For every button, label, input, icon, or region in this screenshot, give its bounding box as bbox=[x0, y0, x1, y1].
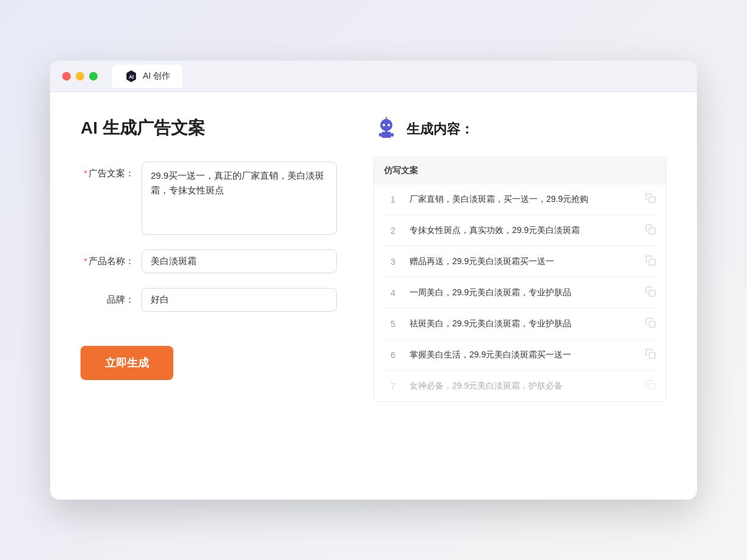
result-row: 1厂家直销，美白淡斑霜，买一送一，29.9元抢购 bbox=[384, 184, 656, 215]
result-text: 掌握美白生活，29.9元美白淡斑霜买一送一 bbox=[402, 350, 645, 361]
right-header: 生成内容： bbox=[374, 117, 666, 142]
svg-rect-7 bbox=[381, 132, 391, 138]
content-area: AI 生成广告文案 *广告文案： *产品名称： 品牌： 立 bbox=[50, 92, 697, 500]
copy-icon[interactable] bbox=[645, 224, 656, 237]
svg-rect-14 bbox=[649, 228, 655, 234]
result-text: 女神必备，29.9元美白淡斑霜，护肤必备 bbox=[402, 381, 645, 392]
result-text: 一周美白，29.9元美白淡斑霜，专业护肤品 bbox=[402, 287, 645, 298]
tab-label: AI 创作 bbox=[143, 71, 170, 82]
result-number: 6 bbox=[384, 350, 402, 360]
robot-icon bbox=[374, 117, 399, 142]
svg-rect-18 bbox=[649, 353, 655, 359]
copy-icon[interactable] bbox=[645, 348, 656, 362]
copy-icon[interactable] bbox=[645, 317, 656, 331]
result-number: 5 bbox=[384, 319, 402, 329]
results-header-row: 仿写文案 bbox=[374, 157, 666, 184]
results-header-text: 仿写文案 bbox=[384, 165, 418, 175]
svg-point-12 bbox=[386, 117, 388, 119]
svg-point-10 bbox=[384, 119, 388, 123]
svg-rect-9 bbox=[391, 133, 394, 137]
result-number: 4 bbox=[384, 288, 402, 298]
copy-icon[interactable] bbox=[645, 255, 656, 268]
result-number: 2 bbox=[384, 226, 402, 235]
svg-rect-17 bbox=[649, 321, 655, 328]
product-name-input[interactable] bbox=[142, 249, 337, 273]
result-text: 专抹女性斑点，真实功效，29.9元美白淡斑霜 bbox=[402, 225, 645, 236]
brand-label: 品牌： bbox=[81, 288, 142, 306]
ad-copy-input[interactable] bbox=[142, 162, 337, 235]
result-row: 2专抹女性斑点，真实功效，29.9元美白淡斑霜 bbox=[384, 215, 656, 246]
product-name-group: *产品名称： bbox=[81, 249, 337, 273]
results-container: 仿写文案 1厂家直销，美白淡斑霜，买一送一，29.9元抢购2专抹女性斑点，真实功… bbox=[374, 157, 666, 402]
svg-rect-16 bbox=[649, 290, 655, 296]
result-row: 3赠品再送，29.9元美白淡斑霜买一送一 bbox=[384, 246, 656, 278]
required-star-2: * bbox=[84, 256, 87, 266]
svg-rect-8 bbox=[379, 133, 381, 137]
ai-tab-icon: AI bbox=[125, 70, 138, 83]
title-bar: AI AI 创作 bbox=[50, 60, 697, 92]
results-body: 1厂家直销，美白淡斑霜，买一送一，29.9元抢购2专抹女性斑点，真实功效，29.… bbox=[374, 184, 666, 401]
svg-rect-15 bbox=[649, 259, 655, 265]
copy-icon[interactable] bbox=[645, 193, 656, 206]
result-text: 赠品再送，29.9元美白淡斑霜买一送一 bbox=[402, 256, 645, 267]
result-text: 厂家直销，美白淡斑霜，买一送一，29.9元抢购 bbox=[402, 194, 645, 205]
result-row: 6掌握美白生活，29.9元美白淡斑霜买一送一 bbox=[384, 340, 656, 371]
page-title: AI 生成广告文案 bbox=[81, 117, 337, 140]
copy-icon[interactable] bbox=[645, 286, 656, 300]
minimize-button[interactable] bbox=[76, 72, 84, 81]
result-row: 5祛斑美白，29.9元美白淡斑霜，专业护肤品 bbox=[384, 309, 656, 340]
result-number: 3 bbox=[384, 257, 402, 267]
ad-copy-label: *广告文案： bbox=[81, 162, 142, 179]
result-number: 1 bbox=[384, 195, 402, 204]
browser-window: AI AI 创作 AI 生成广告文案 *广告文案： *产品名称： bbox=[50, 60, 697, 500]
result-number: 7 bbox=[384, 381, 402, 391]
right-panel: 生成内容： 仿写文案 1厂家直销，美白淡斑霜，买一送一，29.9元抢购2专抹女性… bbox=[374, 117, 666, 475]
required-star-1: * bbox=[84, 168, 87, 178]
copy-icon[interactable] bbox=[645, 379, 656, 393]
ai-tab[interactable]: AI AI 创作 bbox=[112, 65, 182, 88]
generate-button[interactable]: 立即生成 bbox=[81, 346, 173, 380]
left-panel: AI 生成广告文案 *广告文案： *产品名称： 品牌： 立 bbox=[81, 117, 337, 475]
svg-point-4 bbox=[383, 124, 385, 126]
result-row: 7女神必备，29.9元美白淡斑霜，护肤必备 bbox=[384, 371, 656, 401]
svg-rect-13 bbox=[649, 197, 655, 203]
maximize-button[interactable] bbox=[89, 72, 98, 81]
svg-rect-19 bbox=[649, 384, 655, 390]
svg-point-5 bbox=[388, 124, 390, 126]
product-name-label: *产品名称： bbox=[81, 249, 142, 267]
brand-group: 品牌： bbox=[81, 288, 337, 312]
result-row: 4一周美白，29.9元美白淡斑霜，专业护肤品 bbox=[384, 278, 656, 309]
brand-input[interactable] bbox=[142, 288, 337, 312]
traffic-lights bbox=[62, 72, 98, 81]
right-panel-title: 生成内容： bbox=[406, 120, 474, 138]
close-button[interactable] bbox=[62, 72, 71, 81]
ad-copy-group: *广告文案： bbox=[81, 162, 337, 235]
svg-text:AI: AI bbox=[129, 74, 134, 79]
result-text: 祛斑美白，29.9元美白淡斑霜，专业护肤品 bbox=[402, 318, 645, 329]
